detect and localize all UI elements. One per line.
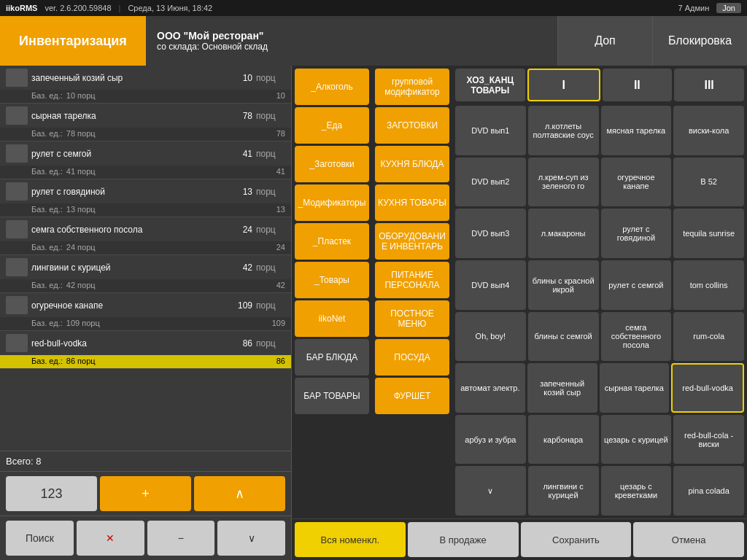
cat-left-5[interactable]: _Товары xyxy=(295,262,369,298)
item-main-row: сырная тарелка 78 порц xyxy=(0,104,291,128)
xoz-kanc-button[interactable]: ХОЗ_КАНЦ ТОВАРЫ xyxy=(455,69,525,101)
grid-cell-5-0[interactable]: автомат электр. xyxy=(455,363,525,413)
list-item[interactable]: red-bull-vodka 86 порц Баз. ед.: 86 порц… xyxy=(0,331,291,369)
cat-left-8[interactable]: БАР ТОВАРЫ xyxy=(295,378,369,414)
grid-cell-3-3[interactable]: tom collins xyxy=(673,260,744,310)
bottom-tab-1[interactable]: В продаже xyxy=(408,522,519,557)
cat-middle-4[interactable]: ОБОРУДОВАНИЕ ИНВЕНТАРЬ xyxy=(375,223,449,260)
grid-cell-5-3[interactable]: red-bull-vodka xyxy=(671,363,744,413)
list-item[interactable]: семга собственного посола 24 порц Баз. е… xyxy=(0,217,291,255)
grid-row: DVD вып1л.котлеты полтавские соусмясная … xyxy=(455,106,744,155)
grid-cell-7-1[interactable]: лингвини с курицей xyxy=(528,466,599,516)
item-base-row: Баз. ед.: 10 порц 10 xyxy=(0,90,291,103)
cat-middle-0[interactable]: групповой модификатор xyxy=(375,69,449,105)
item-name: рулет с семгой xyxy=(31,149,223,159)
grid-cell-2-1[interactable]: л.макароны xyxy=(528,209,599,258)
bottom-tab-3[interactable]: Отмена xyxy=(633,522,744,557)
delete-button[interactable]: ✕ xyxy=(77,521,144,556)
list-item[interactable]: лингвини с курицей 42 порц Баз. ед.: 42 … xyxy=(0,255,291,293)
cat-middle-8[interactable]: ФУРШЕТ xyxy=(375,378,449,414)
search-button[interactable]: Поиск xyxy=(6,521,74,556)
cat-middle-1[interactable]: ЗАГОТОВКИ xyxy=(375,107,449,144)
down-button[interactable]: ∨ xyxy=(217,521,285,556)
grid-tab-0[interactable]: I xyxy=(527,69,600,101)
item-main-row: запеченный козий сыр 10 порц xyxy=(0,66,291,90)
list-item[interactable]: огуречное канапе 109 порц Баз. ед.: 109 … xyxy=(0,293,291,331)
admin-label: 7 Админ xyxy=(678,4,710,12)
grid-cell-7-2[interactable]: цезарь с креветками xyxy=(601,466,672,516)
numpad-123[interactable]: 123 xyxy=(6,476,97,511)
cat-left-2[interactable]: _Заготовки xyxy=(295,146,369,182)
grid-cell-4-1[interactable]: блины с семгой xyxy=(528,312,599,362)
base-label: Баз. ед.: xyxy=(31,281,63,289)
grid-cell-7-3[interactable]: pina colada xyxy=(673,466,744,516)
total-label: Всего: 8 xyxy=(0,451,291,471)
grid-cell-5-2[interactable]: сырная тарелка xyxy=(600,363,670,413)
grid-cell-3-1[interactable]: блины с красной икрой xyxy=(528,260,599,310)
left-actions: Поиск ✕ − ∨ xyxy=(0,516,291,560)
grid-cell-6-2[interactable]: цезарь с курицей xyxy=(601,415,672,464)
cat-middle-6[interactable]: ПОСТНОЕ МЕНЮ xyxy=(375,300,449,337)
cat-middle-2[interactable]: КУХНЯ БЛЮДА xyxy=(375,146,449,182)
block-button[interactable]: Блокировка xyxy=(652,16,747,66)
header: Инвентаризация ООО "Мой ресторан" со скл… xyxy=(0,16,747,66)
grid-cell-4-2[interactable]: семга собственного посола xyxy=(601,312,672,362)
grid-cell-7-0[interactable]: ∨ xyxy=(455,466,526,516)
grid-cell-4-0[interactable]: Oh, boy! xyxy=(455,312,526,362)
cat-left-3[interactable]: _Модификаторы xyxy=(295,184,369,221)
cat-left-4[interactable]: _Пластек xyxy=(295,223,369,260)
numpad: 123 + ∧ xyxy=(0,471,291,516)
base-qty: 13 порц xyxy=(66,205,256,214)
grid-cell-1-3[interactable]: B 52 xyxy=(673,158,744,207)
cat-left-1[interactable]: _Еда xyxy=(295,107,369,144)
item-name: сырная тарелка xyxy=(31,111,223,121)
item-qty: 78 xyxy=(227,111,252,121)
numpad-up[interactable]: ∧ xyxy=(194,476,285,511)
grid-cell-3-2[interactable]: рулет с семгой xyxy=(601,260,672,310)
item-main-row: семга собственного посола 24 порц xyxy=(0,217,291,241)
left-panel: запеченный козий сыр 10 порц Баз. ед.: 1… xyxy=(0,66,292,560)
grid-cell-6-3[interactable]: red-bull-cola - виски xyxy=(673,415,744,464)
grid-cell-0-1[interactable]: л.котлеты полтавские соус xyxy=(528,106,599,155)
grid-cell-5-1[interactable]: запеченный козий сыр xyxy=(527,363,597,413)
grid-cell-1-2[interactable]: огуречное канапе xyxy=(601,158,672,207)
item-thumb xyxy=(6,182,28,201)
grid-tab-1[interactable]: II xyxy=(603,69,673,101)
grid-rows: DVD вып1л.котлеты полтавские соусмясная … xyxy=(455,106,744,516)
grid-cell-2-0[interactable]: DVD вып3 xyxy=(455,209,526,258)
grid-cell-0-0[interactable]: DVD вып1 xyxy=(455,106,526,155)
grid-cell-2-3[interactable]: tequila sunrise xyxy=(673,209,744,258)
cat-left-7[interactable]: БАР БЛЮДА xyxy=(295,339,369,376)
grid-cell-2-2[interactable]: рулет с говядиной xyxy=(601,209,672,258)
grid-cell-1-0[interactable]: DVD вып2 xyxy=(455,158,526,207)
grid-cell-1-1[interactable]: л.крем-суп из зеленого го xyxy=(528,158,599,207)
list-item[interactable]: запеченный козий сыр 10 порц Баз. ед.: 1… xyxy=(0,66,291,104)
list-item[interactable]: рулет с семгой 41 порц Баз. ед.: 41 порц… xyxy=(0,141,291,179)
item-base-row: Баз. ед.: 24 порц 24 xyxy=(0,241,291,254)
separator: | xyxy=(119,4,121,12)
bottom-tab-2[interactable]: Сохранить xyxy=(521,522,632,557)
grid-cell-0-2[interactable]: мясная тарелка xyxy=(601,106,672,155)
bottom-tab-0[interactable]: Вся номенкл. xyxy=(295,522,406,557)
grid-cell-6-1[interactable]: карбонара xyxy=(528,415,599,464)
cat-left-6[interactable]: iikoNet xyxy=(295,300,369,337)
list-item[interactable]: рулет с говядиной 13 порц Баз. ед.: 13 п… xyxy=(0,179,291,217)
item-qty: 24 xyxy=(227,225,252,235)
grid-cell-3-0[interactable]: DVD вып4 xyxy=(455,260,526,310)
cat-middle-3[interactable]: КУХНЯ ТОВАРЫ xyxy=(375,184,449,221)
grid-cell-6-0[interactable]: арбуз и зубра xyxy=(455,415,526,464)
minus-button[interactable]: − xyxy=(147,521,215,556)
item-base-row: Баз. ед.: 86 порц 86 xyxy=(0,355,291,368)
base-num: 13 xyxy=(260,205,285,214)
cat-middle-5[interactable]: ПИТАНИЕ ПЕРСОНАЛА xyxy=(375,262,449,298)
grid-cell-0-3[interactable]: виски-кола xyxy=(673,106,744,155)
numpad-plus[interactable]: + xyxy=(100,476,191,511)
item-unit: порц xyxy=(256,111,285,121)
cat-middle-7[interactable]: ПОСУДА xyxy=(375,339,449,376)
grid-cell-4-3[interactable]: rum-cola xyxy=(673,312,744,362)
cat-left-0[interactable]: _Алкоголь xyxy=(295,69,369,105)
grid-tab-2[interactable]: III xyxy=(674,69,744,101)
grid-row: ∨лингвини с курицейцезарь с креветкамиpi… xyxy=(455,466,744,516)
dop-button[interactable]: Доп xyxy=(557,16,652,66)
list-item[interactable]: сырная тарелка 78 порц Баз. ед.: 78 порц… xyxy=(0,104,291,141)
